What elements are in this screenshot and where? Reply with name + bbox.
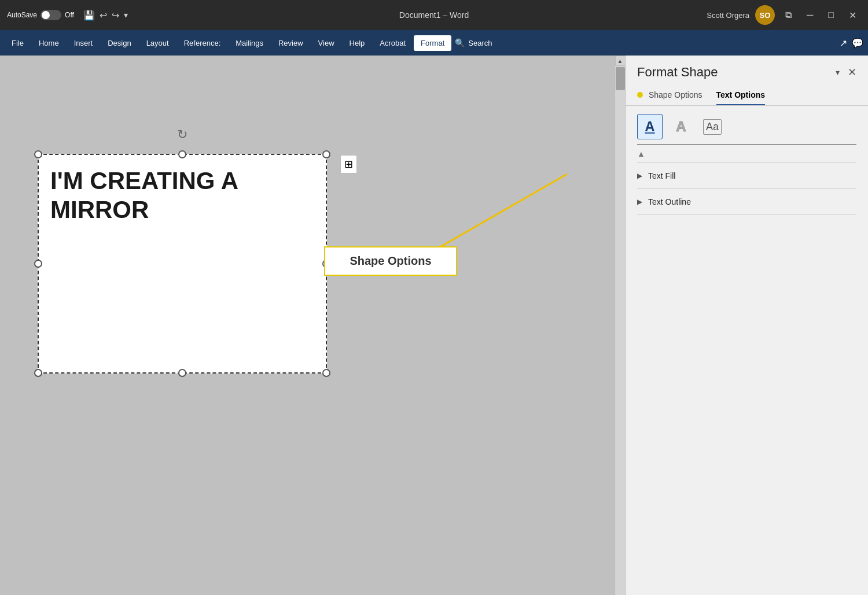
customize-icon[interactable]: ▾: [124, 10, 128, 20]
tab-text-options-label: Text Options: [716, 90, 766, 99]
search-label: Search: [468, 39, 492, 47]
text-outline-icon: A: [676, 119, 686, 135]
menu-bar-right: ↗ 💬: [840, 38, 863, 49]
tab-shape-options-label: Shape Options: [649, 90, 703, 99]
format-panel: Format Shape ▾ ✕ Shape Options Text Opti…: [625, 56, 868, 595]
user-name: Scott Orgera: [707, 11, 749, 20]
tab-dot: [637, 92, 643, 98]
redo-icon[interactable]: ↪: [112, 10, 119, 21]
share-icon[interactable]: ↗: [840, 38, 847, 49]
text-outline-label: Text Outline: [648, 197, 691, 206]
tab-text-options[interactable]: Text Options: [716, 90, 766, 105]
text-effects-icon-button[interactable]: Aa: [700, 114, 725, 139]
panel-close-button[interactable]: ✕: [848, 66, 856, 79]
vertical-scrollbar[interactable]: ▲: [615, 56, 625, 595]
scroll-thumb[interactable]: [616, 67, 625, 90]
rotate-handle[interactable]: ↻: [177, 127, 187, 142]
panel-title: Format Shape: [637, 65, 718, 80]
panel-header-icons: ▾ ✕: [836, 66, 856, 79]
menu-help[interactable]: Help: [343, 35, 372, 51]
maximize-button[interactable]: □: [823, 8, 838, 23]
text-fill-icon: A: [645, 119, 654, 135]
handle-tl[interactable]: [34, 150, 42, 158]
scroll-up-arrow[interactable]: ▲: [615, 56, 626, 66]
panel-tabs: Shape Options Text Options: [626, 86, 868, 106]
document-area: ↻ ⊞ I'M CREATING A MIRROR Shape Options …: [0, 56, 625, 595]
menu-format[interactable]: Format: [414, 35, 451, 51]
menu-view[interactable]: View: [311, 35, 341, 51]
title-bar-right: Scott Orgera SO ⧉ ─ □ ✕: [707, 5, 861, 25]
menu-acrobat[interactable]: Acrobat: [373, 35, 413, 51]
text-box-text: I'M CREATING A MIRROR: [50, 167, 238, 225]
callout-box: Shape Options: [324, 246, 457, 276]
text-outline-expand-arrow: ▶: [637, 198, 642, 206]
restore-button[interactable]: ⧉: [781, 8, 796, 23]
handle-bm[interactable]: [178, 369, 186, 377]
menu-references[interactable]: Reference:: [177, 35, 228, 51]
text-fill-label: Text Fill: [648, 171, 675, 180]
document-title: Document1 – Word: [399, 10, 469, 20]
menu-search[interactable]: 🔍 Search: [455, 38, 492, 47]
handle-bl[interactable]: [34, 369, 42, 377]
callout-label: Shape Options: [350, 254, 431, 268]
text-fill-section[interactable]: ▶ Text Fill: [626, 163, 868, 189]
menu-insert[interactable]: Insert: [67, 35, 100, 51]
handle-tr[interactable]: [322, 150, 330, 158]
text-line1: I'M CREATING A: [50, 167, 238, 194]
menu-design[interactable]: Design: [101, 35, 138, 51]
user-avatar[interactable]: SO: [755, 5, 775, 25]
panel-icons-row: A A Aa: [626, 106, 868, 144]
text-line2: MIRROR: [50, 196, 149, 223]
text-effects-icon: Aa: [703, 119, 722, 135]
main-area: ↻ ⊞ I'M CREATING A MIRROR Shape Options …: [0, 56, 868, 595]
user-initials: SO: [760, 11, 771, 20]
menu-bar: File Home Insert Design Layout Reference…: [0, 30, 868, 56]
text-outline-icon-button[interactable]: A: [668, 114, 694, 139]
comment-icon[interactable]: 💬: [852, 38, 863, 49]
title-bar: AutoSave Off 💾 ↩ ↪ ▾ Document1 – Word Sc…: [0, 0, 868, 30]
panel-divider3: [637, 215, 856, 215]
autosave-label: AutoSave: [7, 11, 37, 19]
minimize-button[interactable]: ─: [802, 8, 818, 23]
panel-expand-top: ▲: [626, 145, 868, 162]
close-button[interactable]: ✕: [844, 8, 861, 23]
text-box[interactable]: ↻ ⊞ I'M CREATING A MIRROR: [38, 154, 327, 374]
menu-mailings[interactable]: Mailings: [229, 35, 270, 51]
menu-layout[interactable]: Layout: [139, 35, 176, 51]
title-bar-left: AutoSave Off 💾 ↩ ↪ ▾: [7, 10, 128, 21]
toggle-knob: [42, 11, 50, 19]
handle-br[interactable]: [322, 369, 330, 377]
tab-shape-options[interactable]: Shape Options: [637, 90, 703, 105]
handle-tm[interactable]: [178, 150, 186, 158]
text-outline-section[interactable]: ▶ Text Outline: [626, 189, 868, 215]
autosave-state: Off: [65, 11, 74, 19]
format-icon-button[interactable]: ⊞: [340, 155, 357, 173]
undo-icon[interactable]: ↩: [100, 10, 107, 21]
panel-dropdown-icon[interactable]: ▾: [836, 68, 840, 77]
menu-home[interactable]: Home: [32, 35, 66, 51]
text-fill-expand-arrow: ▶: [637, 172, 642, 180]
panel-header: Format Shape ▾ ✕: [626, 56, 868, 86]
menu-file[interactable]: File: [5, 35, 31, 51]
autosave-toggle[interactable]: [41, 10, 61, 20]
handle-ml[interactable]: [34, 260, 42, 268]
menu-review[interactable]: Review: [271, 35, 310, 51]
text-fill-icon-button[interactable]: A: [637, 114, 663, 139]
search-icon: 🔍: [455, 38, 465, 47]
autosave-area: AutoSave Off: [7, 10, 74, 20]
save-icon[interactable]: 💾: [83, 10, 95, 21]
